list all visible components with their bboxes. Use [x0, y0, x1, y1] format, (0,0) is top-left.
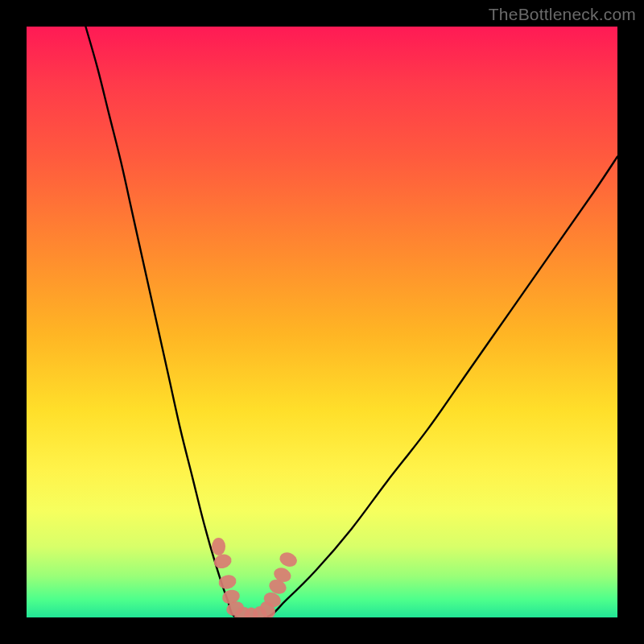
watermark-label: TheBottleneck.com: [489, 5, 636, 24]
bottleneck-curve-path: [85, 27, 617, 617]
curve-layer: [27, 27, 617, 617]
marker-dot: [278, 550, 299, 569]
marker-dot: [212, 538, 225, 555]
marker-dot: [213, 552, 233, 570]
plot-area: [27, 27, 617, 617]
bottleneck-curve: [85, 27, 617, 617]
chart-frame: TheBottleneck.com: [0, 0, 644, 644]
marker-cluster: [212, 538, 299, 617]
marker-dot: [217, 573, 237, 590]
